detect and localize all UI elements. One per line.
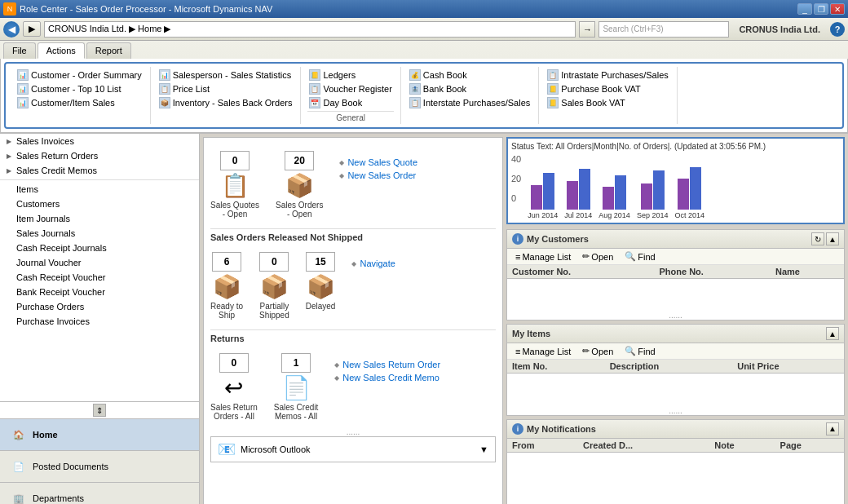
chart-panel: Status Text: All Orders|Month|No. of Ord… (506, 137, 845, 224)
sales-book-vat-icon: 📒 (547, 97, 559, 108)
minimize-button[interactable]: _ (797, 3, 812, 15)
items-toolbar: ≡ Manage List ✏ Open 🔍 Find (507, 343, 844, 360)
interstate-purchases-icon: 📋 (409, 97, 421, 108)
sales-stats-icon: 📊 (159, 69, 170, 81)
credit-memos-label: Sales CreditMemos - All (274, 403, 318, 421)
ribbon-item-inventory-sales[interactable]: 📦 Inventory - Sales Back Orders (157, 96, 294, 109)
chart-month-label: Jun 2014 (528, 211, 558, 219)
customers-toolbar: ≡ Manage List ✏ Open 🔍 Find (507, 249, 844, 265)
chart-group-Jun-2014: Jun 2014 (528, 161, 558, 219)
more-dots-center[interactable]: ...... (210, 427, 496, 436)
new-return-order-link[interactable]: New Sales Return Order (334, 360, 440, 369)
my-customers-title: i My Customers (512, 233, 589, 245)
ribbon-content: 📊 Customer - Order Summary 📊 Customer - … (0, 59, 848, 133)
notifications-table: From Created D... Note Page (507, 439, 844, 504)
sidebar-item-item-journals[interactable]: Item Journals (0, 211, 199, 226)
ribbon-general-label: General (307, 111, 393, 122)
items-more-dots[interactable]: ...... (507, 406, 844, 415)
returns-row: 0 ↩ Sales ReturnOrders - All 1 📄 Sales C… (210, 347, 496, 427)
forward-button[interactable]: ▶ (23, 21, 41, 37)
purchase-book-vat-icon: 📒 (547, 83, 559, 95)
chart-group-Jul-2014: Jul 2014 (564, 161, 592, 219)
bank-book-icon: 🏦 (409, 83, 421, 95)
customers-refresh-btn[interactable]: ↻ (811, 232, 824, 245)
chart-bar (579, 169, 590, 210)
restore-button[interactable]: ❐ (814, 3, 828, 15)
sidebar-bottom-home[interactable]: 🏠 Home (0, 418, 199, 450)
ribbon-item-customer-item-sales[interactable]: 📊 Customer/Item Sales (15, 96, 144, 109)
navigate-link[interactable]: Navigate (351, 259, 395, 268)
sales-quotes-item: 0 📋 Sales Quotes- Open (210, 151, 259, 219)
customers-find-btn[interactable]: 🔍 Find (621, 250, 658, 263)
new-credit-memo-link[interactable]: New Sales Credit Memo (334, 373, 440, 382)
sales-quotes-label: Sales Quotes- Open (210, 201, 259, 219)
ribbon-item-price-list[interactable]: 📋 Price List (157, 82, 294, 95)
chart-month-label: Aug 2014 (598, 211, 630, 219)
customers-find-icon: 🔍 (625, 251, 636, 262)
sidebar-item-journal-voucher[interactable]: Journal Voucher (0, 255, 199, 270)
sidebar-item-sales-credit-memos[interactable]: Sales Credit Memos (0, 163, 199, 178)
sales-quotes-icon: 📋 (221, 172, 250, 199)
ribbon-item-sales-book-vat[interactable]: 📒 Sales Book VAT (545, 96, 669, 109)
back-button[interactable]: ◀ (3, 21, 20, 38)
sidebar-item-cash-receipt-journals[interactable]: Cash Receipt Journals (0, 241, 199, 255)
customers-manage-list-btn[interactable]: ≡ Manage List (512, 251, 574, 263)
ribbon-item-voucher-register[interactable]: 📋 Voucher Register (307, 82, 393, 95)
outlook-panel[interactable]: 📧 Microsoft Outlook ▼ (210, 436, 496, 462)
inventory-sales-icon: 📦 (159, 97, 170, 108)
sidebar-item-items[interactable]: Items (0, 182, 199, 197)
expand-button[interactable]: ⇕ (93, 404, 106, 417)
ribbon-item-customer-order-summary[interactable]: 📊 Customer - Order Summary (15, 69, 144, 82)
ribbon-salesperson-items: 📊 Salesperson - Sales Statistics 📋 Price… (157, 69, 294, 109)
sidebar-item-sales-journals[interactable]: Sales Journals (0, 226, 199, 241)
sidebar-bottom-posted-documents[interactable]: 📄 Posted Documents (0, 450, 199, 482)
address-bar[interactable]: CRONUS India Ltd. ▶ Home ▶ (44, 21, 576, 38)
tab-report[interactable]: Report (86, 42, 131, 59)
notifications-collapse-btn[interactable]: ▲ (826, 422, 839, 435)
ribbon-item-ledgers[interactable]: 📒 Ledgers (307, 69, 393, 82)
ribbon-item-sales-stats[interactable]: 📊 Salesperson - Sales Statistics (157, 69, 294, 82)
new-sales-quote-link[interactable]: New Sales Quote (339, 157, 417, 167)
sales-quotes-count: 0 (220, 151, 250, 170)
customers-more-dots[interactable]: ...... (507, 311, 844, 320)
close-button[interactable]: ✕ (830, 3, 845, 15)
ribbon-item-bank-book[interactable]: 🏦 Bank Book (408, 82, 532, 95)
my-customers-panel: i My Customers ↻ ▲ ≡ Manage List ✏ Open (506, 229, 845, 321)
help-icon[interactable]: ? (830, 22, 845, 37)
outlook-icon: 📧 (218, 440, 236, 458)
divider-1 (210, 228, 496, 229)
items-open-btn[interactable]: ✏ Open (579, 345, 616, 357)
sidebar-item-purchase-orders[interactable]: Purchase Orders (0, 299, 199, 314)
sidebar-item-cash-receipt-voucher[interactable]: Cash Receipt Voucher (0, 270, 199, 285)
search-box[interactable]: Search (Ctrl+F3) (598, 21, 729, 38)
tab-actions[interactable]: Actions (38, 42, 85, 59)
notifications-header: i My Notifications ▲ (507, 420, 844, 439)
ribbon-item-customer-top10[interactable]: 📊 Customer - Top 10 List (15, 82, 144, 95)
customers-open-btn[interactable]: ✏ Open (579, 250, 616, 263)
ribbon-item-purchase-book-vat[interactable]: 📒 Purchase Book VAT (545, 82, 669, 95)
items-collapse-btn[interactable]: ▲ (826, 327, 839, 340)
sales-orders-item: 20 📦 Sales Orders- Open (276, 151, 323, 219)
sidebar-item-sales-invoices[interactable]: Sales Invoices (0, 134, 199, 148)
chart-bar (690, 167, 701, 210)
chart-with-axis: 40 20 0 Jun 2014Jul 2014Aug 2014Sep 2014… (511, 154, 840, 219)
sidebar-item-purchase-invoices[interactable]: Purchase Invoices (0, 314, 199, 329)
customers-info-icon: i (512, 233, 523, 245)
ribbon-item-day-book[interactable]: 📅 Day Book (307, 96, 393, 109)
sidebar-item-sales-return-orders[interactable]: Sales Return Orders (0, 148, 199, 163)
ribbon-item-interstate-purchases[interactable]: 📋 Interstate Purchases/Sales (408, 96, 532, 109)
customers-collapse-btn[interactable]: ▲ (826, 232, 839, 245)
tab-file[interactable]: File (3, 42, 36, 59)
go-button[interactable]: → (579, 21, 595, 38)
sidebar-bottom-departments[interactable]: 🏢 Departments (0, 482, 199, 504)
ribbon-item-intrastate[interactable]: 📋 Intrastate Purchases/Sales (545, 69, 669, 82)
return-orders-item: 0 ↩ Sales ReturnOrders - All (210, 353, 258, 421)
new-sales-order-link[interactable]: New Sales Order (339, 170, 417, 180)
items-manage-list-btn[interactable]: ≡ Manage List (512, 346, 574, 357)
items-find-btn[interactable]: 🔍 Find (621, 345, 658, 357)
sidebar-item-bank-receipt-voucher[interactable]: Bank Receipt Voucher (0, 285, 199, 299)
chart-bar (641, 183, 652, 210)
ribbon-item-cash-book[interactable]: 💰 Cash Book (408, 69, 532, 82)
my-items-header: My Items ▲ (507, 325, 844, 343)
sidebar-item-customers[interactable]: Customers (0, 197, 199, 211)
